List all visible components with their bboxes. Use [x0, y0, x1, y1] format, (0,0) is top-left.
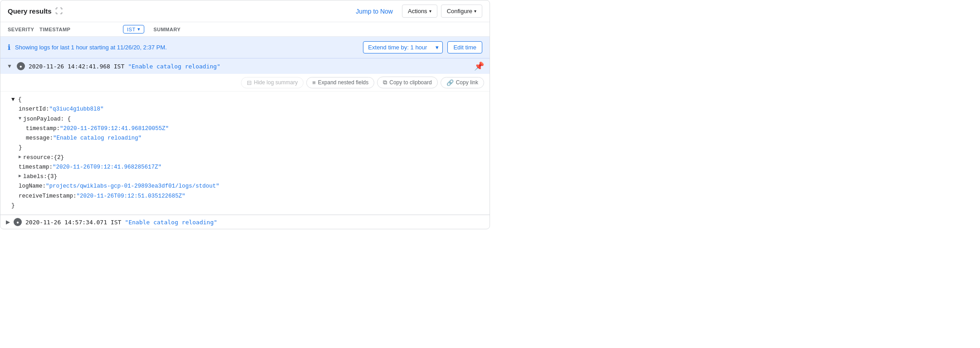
jump-to-now-button[interactable]: Jump to Now	[350, 5, 398, 18]
copy-clipboard-button[interactable]: ⧉ Copy to clipboard	[377, 77, 437, 88]
expand-log-button[interactable]: ▶	[6, 219, 10, 225]
configure-label: Configure	[447, 8, 472, 14]
log-summary: "Enable catalog reloading"	[128, 63, 220, 70]
header-left: Query results ⛶	[8, 7, 63, 15]
pin-icon[interactable]: 📌	[474, 61, 484, 71]
collapsed-log-entry[interactable]: ▶ ● 2020-11-26 14:57:34.071 IST "Enable …	[0, 215, 490, 229]
expand-nested-label: Expand nested fields	[318, 79, 368, 86]
configure-chevron-icon: ▾	[474, 9, 476, 14]
json-resource: ▶ resource: {2}	[11, 153, 482, 163]
expand-nested-icon: ≡	[312, 79, 316, 86]
configure-button[interactable]: Configure ▾	[441, 5, 482, 18]
edit-time-button[interactable]: Edit time	[447, 41, 482, 53]
json-content: ▼ { insertId: "q3iuc4g1ubb8l8" ▼ jsonPay…	[0, 92, 490, 214]
column-headers: SEVERITY TIMESTAMP IST ▾ SUMMARY	[0, 22, 490, 37]
copy-link-icon: 🔗	[446, 79, 454, 86]
info-banner-text: Showing logs for last 1 hour starting at…	[15, 44, 358, 51]
log-toolbar: ⊟ Hide log summary ≡ Expand nested field…	[0, 74, 490, 92]
copy-link-button[interactable]: 🔗 Copy link	[441, 77, 484, 88]
timestamp-column-header: TIMESTAMP	[39, 27, 121, 32]
json-insert-id: insertId: "q3iuc4g1ubb8l8"	[11, 105, 482, 114]
copy-clipboard-icon: ⧉	[383, 79, 387, 86]
json-timestamp: timestamp: "2020-11-26T09:12:41.96828561…	[11, 163, 482, 172]
extend-time-label: Extend time by: 1 hour	[363, 42, 431, 53]
json-receive-timestamp: receiveTimestamp: "2020-11-26T09:12:51.0…	[11, 192, 482, 201]
json-payload-timestamp: timestamp: "2020-11-26T09:12:41.96812005…	[11, 124, 482, 134]
collapsed-log-timestamp: 2020-11-26 14:57:34.071 IST	[25, 219, 121, 226]
expanded-log-entry: ▼ ● 2020-11-26 14:42:41.968 IST "Enable …	[0, 58, 490, 215]
expand-nested-button[interactable]: ≡ Expand nested fields	[306, 77, 374, 88]
actions-label: Actions	[408, 8, 427, 14]
actions-button[interactable]: Actions ▾	[402, 5, 437, 18]
summary-column-header: SUMMARY	[153, 27, 181, 32]
hide-summary-label: Hide log summary	[254, 79, 298, 86]
log-row-header: ▼ ● 2020-11-26 14:42:41.968 IST "Enable …	[0, 58, 490, 74]
info-banner: ℹ Showing logs for last 1 hour starting …	[0, 37, 490, 58]
page-title: Query results	[8, 7, 52, 15]
log-timestamp: 2020-11-26 14:42:41.968 IST	[29, 63, 124, 70]
severity-icon: ●	[17, 62, 25, 70]
json-close-brace: }	[11, 201, 482, 211]
expand-window-icon[interactable]: ⛶	[55, 7, 63, 15]
json-logname: logName: "projects/qwiklabs-gcp-01-29893…	[11, 182, 482, 191]
copy-clipboard-label: Copy to clipboard	[389, 79, 431, 86]
header: Query results ⛶ Jump to Now Actions ▾ Co…	[0, 0, 490, 22]
info-icon: ℹ	[8, 43, 10, 52]
json-open-brace: ▼ {	[11, 95, 482, 105]
severity-column-header: SEVERITY	[8, 27, 39, 32]
hide-summary-icon: ⊟	[247, 79, 252, 86]
timezone-badge[interactable]: IST ▾	[123, 25, 144, 34]
timezone-chevron-icon: ▾	[137, 26, 141, 32]
json-payload-close: }	[11, 143, 482, 153]
copy-link-label: Copy link	[456, 79, 478, 86]
collapse-log-button[interactable]: ▼	[6, 62, 13, 70]
collapsed-log-summary: "Enable catalog reloading"	[125, 219, 217, 226]
json-payload-open: ▼ jsonPayload: {	[11, 115, 482, 124]
extend-chevron-icon[interactable]: ▾	[432, 42, 442, 53]
json-payload-message: message: "Enable catalog reloading"	[11, 134, 482, 143]
json-labels: ▶ labels: {3}	[11, 172, 482, 182]
hide-summary-button[interactable]: ⊟ Hide log summary	[241, 77, 304, 88]
actions-chevron-icon: ▾	[429, 9, 431, 14]
collapsed-severity-icon: ●	[14, 218, 22, 226]
extend-time-button[interactable]: Extend time by: 1 hour ▾	[363, 41, 443, 53]
header-right: Jump to Now Actions ▾ Configure ▾	[350, 5, 482, 18]
timezone-label: IST	[127, 27, 136, 32]
